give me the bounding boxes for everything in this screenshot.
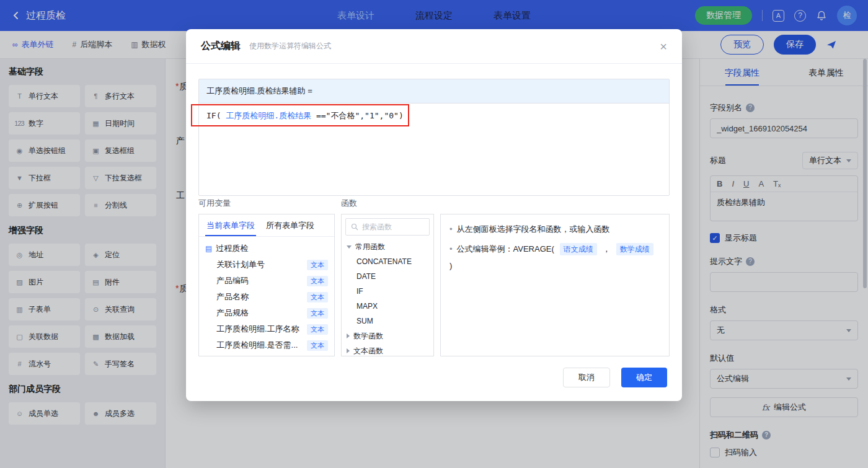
tip-text-2: 公式编辑举例：AVERAGE( (457, 243, 554, 255)
bullet-icon: • (450, 223, 453, 236)
formula-field-token[interactable]: 工序质检明细.质检结果 (226, 111, 311, 120)
type-badge: 文本 (307, 292, 328, 302)
formula-target: 工序质检明细.质检结果辅助 = (199, 79, 669, 104)
form-root-label: 过程质检 (216, 243, 248, 254)
function-group-common[interactable]: 常用函数 (342, 239, 433, 254)
close-icon[interactable]: × (660, 40, 667, 53)
search-icon (351, 223, 358, 231)
variables-tree-root[interactable]: ▤ 过程质检 (205, 241, 328, 257)
example-field-tag: 数学成绩 (616, 243, 653, 255)
type-badge: 文本 (307, 276, 328, 286)
function-item-mapx[interactable]: MAPX (342, 299, 433, 314)
variable-field-row[interactable]: 工序质检明细.是否需...文本 (205, 337, 328, 353)
tab-all-form-fields[interactable]: 所有表单字段 (261, 214, 319, 236)
confirm-button[interactable]: 确定 (621, 368, 667, 387)
function-item-if[interactable]: IF (342, 284, 433, 299)
function-group-text[interactable]: 文本函数 (342, 343, 433, 356)
modal-title: 公式编辑 (201, 40, 241, 53)
formula-help-panel: • 从左侧面板选择字段名和函数，或输入函数 • 公式编辑举例：AVERAGE( … (440, 214, 670, 356)
type-badge: 文本 (307, 324, 328, 335)
function-item-sum[interactable]: SUM (342, 314, 433, 329)
variables-panel: 当前表单字段 所有表单字段 ▤ 过程质检 关联计划单号文本 产品编码文本 产品名… (198, 214, 335, 356)
function-search-input[interactable] (362, 223, 424, 231)
bullet-icon: • (450, 243, 453, 255)
chevron-down-icon (347, 245, 352, 249)
cancel-button[interactable]: 取消 (563, 368, 610, 387)
variable-field-row[interactable]: 产品名称文本 (205, 289, 328, 305)
type-badge: 文本 (307, 340, 328, 351)
variables-label: 可用变量 (198, 198, 231, 209)
functions-label: 函数 (341, 198, 357, 209)
variable-field-row[interactable]: 产品编码文本 (205, 273, 328, 289)
variable-field-row[interactable]: 关联计划单号文本 (205, 257, 328, 273)
chevron-right-icon (347, 333, 350, 338)
form-doc-icon: ▤ (205, 244, 212, 253)
function-group-math[interactable]: 数学函数 (342, 329, 433, 343)
function-item-date[interactable]: DATE (342, 269, 433, 284)
type-badge: 文本 (307, 308, 328, 319)
example-field-tag: 语文成绩 (560, 243, 597, 255)
formula-editor-modal: 公式编辑 使用数学运算符编辑公式 × 工序质检明细.质检结果辅助 = IF( 工… (186, 29, 682, 401)
type-badge: 文本 (307, 260, 328, 270)
formula-editor-box: 工序质检明细.质检结果辅助 = IF( 工序质检明细.质检结果 =="不合格",… (198, 79, 670, 196)
function-item-concatenate[interactable]: CONCATENATE (342, 254, 433, 269)
functions-panel: 常用函数 CONCATENATE DATE IF MAPX SUM 数学函数 文… (341, 214, 434, 356)
formula-input-area[interactable]: IF( 工序质检明细.质检结果 =="不合格","1","0") (199, 104, 669, 195)
formula-prefix: IF( (206, 111, 226, 120)
modal-subtitle: 使用数学运算符编辑公式 (249, 41, 331, 51)
function-search-box[interactable] (345, 218, 430, 236)
variable-field-row[interactable]: 工序质检明细.工序名称文本 (205, 321, 328, 337)
tip-text-1: 从左侧面板选择字段名和函数，或输入函数 (457, 223, 610, 236)
chevron-right-icon (347, 348, 350, 353)
variable-field-row[interactable]: 产品规格文本 (205, 305, 328, 321)
tab-current-form-fields[interactable]: 当前表单字段 (202, 214, 260, 236)
formula-suffix: =="不合格","1","0") (311, 111, 404, 120)
